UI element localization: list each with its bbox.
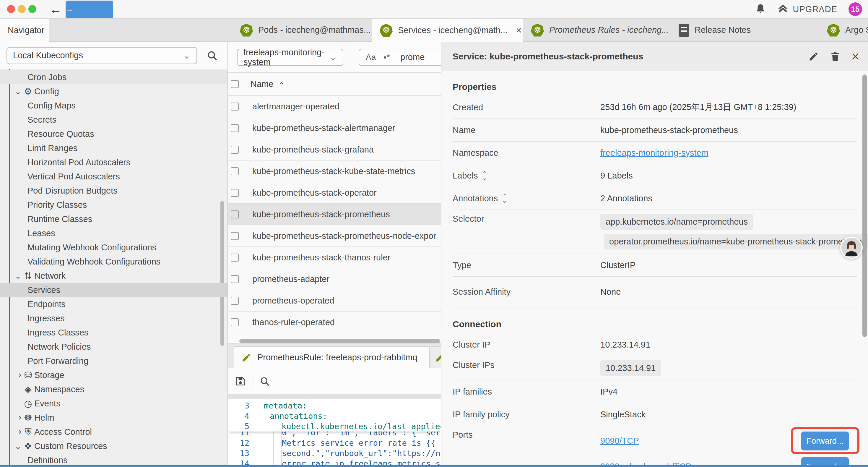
table-row[interactable]: prometheus-adapter: [228, 268, 441, 290]
notifications-badge[interactable]: 15: [848, 2, 862, 16]
row-checkbox[interactable]: [231, 275, 239, 283]
sidebar-item[interactable]: Leases: [0, 226, 227, 240]
namespace-selector[interactable]: freeleaps-monitoring-system ⌄: [237, 49, 343, 66]
tab-navigator[interactable]: Navigator: [0, 19, 49, 42]
sidebar-item[interactable]: ⌄ ❖ Custom Resources: [0, 439, 227, 453]
table-row[interactable]: kube-prometheus-stack-prometheus: [228, 204, 441, 225]
yaml-editor[interactable]: 110", "for": "1m", "labels": { "service"…: [228, 399, 441, 467]
sidebar-item[interactable]: ⌄ ⚙ Config: [0, 84, 227, 98]
bell-icon[interactable]: [755, 3, 766, 15]
row-checkbox[interactable]: [231, 232, 239, 240]
sidebar-item[interactable]: ⌄ ⛨ Access Control: [0, 425, 227, 439]
sidebar-item-label: Ingresses: [28, 314, 65, 323]
close-panel-icon[interactable]: ×: [851, 51, 859, 62]
chevron-right-icon[interactable]: ⌄: [13, 370, 23, 380]
chevron-down-icon[interactable]: ⌄: [13, 441, 23, 451]
sidebar-item[interactable]: Horizontal Pod Autoscalers: [0, 155, 227, 169]
sidebar-item[interactable]: Runtime Classes: [0, 212, 227, 226]
horizontal-scrollbar[interactable]: [239, 339, 440, 343]
table-row[interactable]: kube-prometheus-stack-prometheus-node-ex…: [228, 225, 441, 247]
row-checkbox[interactable]: [231, 167, 239, 175]
name-column-header[interactable]: Name: [251, 79, 273, 89]
sort-asc-icon[interactable]: ⌃: [278, 81, 285, 90]
chevron-down-icon[interactable]: ⌄: [13, 271, 23, 281]
window-zoom-button[interactable]: [28, 5, 36, 13]
table-row[interactable]: kube-prometheus-stack-thanos-ruler: [228, 247, 441, 268]
select-all-checkbox[interactable]: [231, 80, 239, 88]
sidebar-item[interactable]: ⌄ ⇅ Network: [0, 269, 227, 283]
window-close-button[interactable]: [7, 5, 15, 13]
sort-toggle-icon[interactable]: [502, 194, 507, 203]
search-input[interactable]: Aa ▪* prome: [359, 49, 441, 66]
sidebar-item-label: Services: [28, 285, 60, 295]
table-row[interactable]: kube-prometheus-stack-kube-state-metrics: [228, 160, 441, 182]
sidebar-item[interactable]: Vertical Pod Autoscalers: [0, 169, 227, 183]
table-row[interactable]: kube-prometheus-stack-grafana: [228, 139, 441, 160]
table-row[interactable]: prometheus-operated: [228, 290, 441, 312]
table-row[interactable]: alertmanager-operated: [228, 96, 441, 117]
editor-tab-label: PrometheusRule: freeleaps-prod-rabbitmq: [257, 353, 417, 362]
namespace-link[interactable]: freeleaps-monitoring-system: [600, 148, 709, 158]
sidebar-item-label: Validating Webhook Configurations: [28, 257, 160, 267]
sidebar-item[interactable]: Pod Disruption Budgets: [0, 183, 227, 198]
window-minimize-button[interactable]: [18, 5, 26, 13]
sidebar-item[interactable]: Services: [0, 283, 227, 297]
property-row: Name kube-prometheus-stack-prometheus: [453, 119, 857, 142]
kubeconfig-selector[interactable]: Local Kubeconfigs ⌄: [6, 47, 197, 64]
sidebar-item[interactable]: Config Maps: [0, 98, 227, 113]
sidebar-item[interactable]: ◈ Namespaces: [0, 382, 227, 396]
sidebar-item[interactable]: ⌄ ⛁ Storage: [0, 368, 227, 382]
sidebar-item[interactable]: Secrets: [0, 113, 227, 127]
chevron-right-icon[interactable]: ⌄: [13, 427, 23, 437]
app-tab[interactable]: Release Notes: [671, 19, 819, 41]
row-checkbox[interactable]: [231, 103, 239, 111]
app-tab[interactable]: ☸ Pods - icecheng@mathmas...: [232, 19, 372, 41]
trash-icon[interactable]: [830, 51, 840, 62]
sidebar-item[interactable]: ◷ Events: [0, 396, 227, 411]
sidebar-item-label: Limit Ranges: [28, 143, 78, 153]
chevron-down-icon[interactable]: ⌄: [13, 87, 23, 96]
table-row[interactable]: kube-prometheus-stack-alertmanager: [228, 117, 441, 139]
upgrade-button[interactable]: UPGRADE: [777, 3, 837, 15]
app-tab[interactable]: ☸ Argo Se: [819, 19, 868, 41]
close-tab-icon[interactable]: ×: [516, 25, 522, 36]
sidebar-item[interactable]: Ingress Classes: [0, 325, 227, 340]
editor-tab[interactable]: PrometheusRule: freeleaps-prod-rabbitmq: [234, 346, 430, 368]
sidebar-item[interactable]: Resource Quotas: [0, 127, 227, 141]
sidebar-item-label: Cron Jobs: [28, 72, 66, 82]
sidebar-item[interactable]: Cron Jobs: [0, 70, 227, 84]
match-case-icon[interactable]: Aa: [366, 53, 376, 62]
sidebar-item[interactable]: Validating Webhook Configurations: [0, 255, 227, 269]
sort-toggle-icon[interactable]: [482, 171, 487, 180]
regex-icon[interactable]: ▪*: [383, 53, 390, 62]
app-tab[interactable]: ☸ Services - icecheng@math... ×: [372, 19, 523, 42]
sidebar-item[interactable]: Endpoints: [0, 297, 227, 311]
row-checkbox[interactable]: [231, 318, 239, 326]
app-tab[interactable]: ☸ Prometheus Rules - icecheng...: [523, 19, 671, 41]
table-row[interactable]: kube-prometheus-stack-operator: [228, 182, 441, 204]
table-row[interactable]: thanos-ruler-operated: [228, 312, 441, 333]
edit-pencil-icon[interactable]: [808, 51, 819, 62]
chevron-right-icon[interactable]: ⌄: [13, 413, 23, 423]
row-checkbox[interactable]: [231, 210, 239, 218]
editor-tab-partial[interactable]: [431, 346, 441, 368]
row-checkbox[interactable]: [231, 297, 239, 305]
back-arrow-icon[interactable]: ←: [49, 1, 62, 18]
editor-search-icon[interactable]: [259, 376, 270, 387]
sidebar-item[interactable]: Port Forwarding: [0, 354, 227, 368]
row-checkbox[interactable]: [231, 254, 239, 262]
row-checkbox[interactable]: [231, 189, 239, 197]
search-icon[interactable]: [207, 50, 218, 61]
sidebar-item[interactable]: Limit Ranges: [0, 141, 227, 155]
row-checkbox[interactable]: [231, 146, 239, 154]
save-icon[interactable]: [235, 376, 246, 387]
detail-scrollbar[interactable]: [862, 75, 867, 337]
user-avatar[interactable]: [840, 236, 863, 259]
sidebar-item[interactable]: Ingresses: [0, 311, 227, 325]
sidebar-item[interactable]: Mutating Webhook Configurations: [0, 240, 227, 255]
row-checkbox[interactable]: [231, 124, 239, 132]
sidebar-item[interactable]: Network Policies: [0, 340, 227, 354]
sidebar-item[interactable]: ⌄ ☸ Helm: [0, 411, 227, 425]
sidebar-item[interactable]: Priority Classes: [0, 198, 227, 212]
port-link[interactable]: 9090/TCP: [600, 436, 639, 446]
